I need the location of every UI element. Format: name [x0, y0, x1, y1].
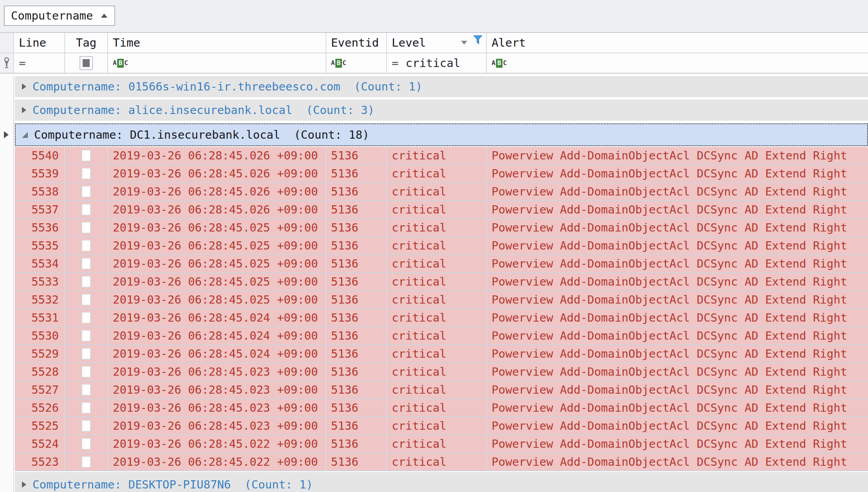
table-row[interactable]: 5534 2019-03-26 06:28:45.025 +09:00 5136…	[15, 255, 868, 273]
cell-time: 2019-03-26 06:28:45.024 +09:00	[108, 327, 326, 344]
cell-line: 5528	[15, 363, 65, 380]
group-expand-icon[interactable]	[22, 83, 26, 90]
cell-time: 2019-03-26 06:28:45.025 +09:00	[108, 291, 326, 308]
cell-time: 2019-03-26 06:28:45.022 +09:00	[108, 453, 326, 470]
cell-time: 2019-03-26 06:28:45.023 +09:00	[108, 363, 326, 380]
table-row[interactable]: 5538 2019-03-26 06:28:45.026 +09:00 5136…	[15, 183, 868, 201]
cell-time: 2019-03-26 06:28:45.025 +09:00	[108, 237, 326, 254]
tag-checkbox[interactable]	[81, 420, 91, 432]
cell-alert: Powerview Add-DomainObjectAcl DCSync AD …	[487, 165, 868, 182]
cell-level: critical	[387, 327, 487, 344]
tag-checkbox[interactable]	[81, 330, 91, 342]
column-header-level[interactable]: Level	[387, 33, 487, 52]
cell-eventid: 5136	[326, 165, 387, 182]
cell-eventid: 5136	[326, 417, 387, 434]
tag-checkbox[interactable]	[81, 366, 91, 378]
table-row[interactable]: 5535 2019-03-26 06:28:45.025 +09:00 5136…	[15, 237, 868, 255]
table-row[interactable]: 5527 2019-03-26 06:28:45.023 +09:00 5136…	[15, 381, 868, 399]
cell-alert: Powerview Add-DomainObjectAcl DCSync AD …	[487, 327, 868, 344]
group-row[interactable]: Computername: DESKTOP-PIU87N6 (Count: 1)	[15, 472, 868, 492]
table-row[interactable]: 5537 2019-03-26 06:28:45.026 +09:00 5136…	[15, 201, 868, 219]
equals-operator-icon: =	[19, 56, 25, 70]
column-header-tag[interactable]: Tag	[65, 33, 108, 52]
group-row[interactable]: Computername: 01566s-win16-ir.threebeesc…	[15, 76, 868, 97]
filter-cell-line[interactable]: =	[14, 53, 65, 73]
cell-tag	[65, 345, 108, 362]
cell-level: critical	[387, 309, 487, 326]
cell-alert: Powerview Add-DomainObjectAcl DCSync AD …	[487, 255, 868, 272]
column-header-alert[interactable]: Alert	[487, 33, 868, 52]
column-header-time[interactable]: Time	[108, 33, 326, 52]
cell-alert: Powerview Add-DomainObjectAcl DCSync AD …	[487, 435, 868, 452]
group-label: Computername: alice.insecurebank.local	[33, 100, 292, 120]
cell-time: 2019-03-26 06:28:45.026 +09:00	[108, 201, 326, 218]
tag-checkbox[interactable]	[81, 186, 91, 197]
group-label: Computername: 01566s-win16-ir.threebeesc…	[33, 77, 340, 96]
tag-checkbox[interactable]	[81, 150, 91, 161]
tag-checkbox[interactable]	[81, 240, 91, 251]
column-header-tag-label: Tag	[76, 36, 96, 49]
column-header-eventid[interactable]: Eventid	[326, 33, 387, 52]
group-expand-icon[interactable]	[22, 132, 28, 138]
cell-alert: Powerview Add-DomainObjectAcl DCSync AD …	[487, 345, 868, 362]
filter-pin-icon[interactable]	[3, 57, 11, 69]
cell-eventid: 5136	[326, 453, 387, 470]
table-row[interactable]: 5540 2019-03-26 06:28:45.026 +09:00 5136…	[15, 147, 868, 165]
tag-checkbox[interactable]	[81, 276, 91, 288]
table-row[interactable]: 5526 2019-03-26 06:28:45.023 +09:00 5136…	[15, 399, 868, 417]
tag-checkbox[interactable]	[81, 456, 91, 468]
cell-eventid: 5136	[326, 435, 387, 452]
cell-alert: Powerview Add-DomainObjectAcl DCSync AD …	[487, 399, 868, 416]
table-row[interactable]: 5531 2019-03-26 06:28:45.024 +09:00 5136…	[15, 309, 868, 327]
tag-filter-checkbox[interactable]	[80, 56, 93, 70]
table-row[interactable]: 5532 2019-03-26 06:28:45.025 +09:00 5136…	[15, 291, 868, 309]
filter-cell-eventid[interactable]: ABC	[326, 53, 387, 73]
cell-eventid: 5136	[326, 381, 387, 398]
active-filter-funnel-icon[interactable]	[473, 34, 483, 45]
filter-cell-tag[interactable]	[65, 53, 108, 73]
cell-time: 2019-03-26 06:28:45.026 +09:00	[108, 183, 326, 200]
cell-time: 2019-03-26 06:28:45.023 +09:00	[108, 399, 326, 416]
group-field-chip-computername[interactable]: Computername	[4, 5, 115, 26]
group-expand-icon[interactable]	[22, 107, 26, 113]
cell-line: 5533	[15, 273, 65, 290]
group-expand-icon[interactable]	[22, 481, 26, 488]
table-row[interactable]: 5530 2019-03-26 06:28:45.024 +09:00 5136…	[15, 327, 868, 345]
group-row[interactable]: Computername: alice.insecurebank.local (…	[15, 99, 868, 121]
tag-checkbox[interactable]	[81, 168, 91, 179]
cell-eventid: 5136	[326, 399, 387, 416]
table-row[interactable]: 5524 2019-03-26 06:28:45.022 +09:00 5136…	[15, 435, 868, 453]
cell-tag	[65, 165, 108, 182]
filter-cell-time[interactable]: ABC	[108, 53, 326, 73]
tag-checkbox[interactable]	[81, 204, 91, 215]
level-dropdown-arrow-icon[interactable]	[461, 41, 467, 45]
tag-checkbox[interactable]	[81, 222, 91, 233]
table-row[interactable]: 5525 2019-03-26 06:28:45.023 +09:00 5136…	[15, 417, 868, 435]
table-row[interactable]: 5533 2019-03-26 06:28:45.025 +09:00 5136…	[15, 273, 868, 291]
tag-checkbox[interactable]	[81, 348, 91, 360]
table-row[interactable]: 5523 2019-03-26 06:28:45.022 +09:00 5136…	[15, 453, 868, 471]
filter-cell-level[interactable]: = critical	[387, 53, 487, 73]
tag-checkbox[interactable]	[81, 438, 91, 450]
cell-alert: Powerview Add-DomainObjectAcl DCSync AD …	[487, 363, 868, 380]
group-row[interactable]: Computername: DC1.insecurebank.local (Co…	[15, 123, 868, 146]
tag-checkbox[interactable]	[81, 402, 91, 414]
table-row[interactable]: 5528 2019-03-26 06:28:45.023 +09:00 5136…	[15, 363, 868, 381]
cell-tag	[65, 435, 108, 452]
column-header-line[interactable]: Line	[14, 33, 65, 52]
table-row[interactable]: 5529 2019-03-26 06:28:45.024 +09:00 5136…	[15, 345, 868, 363]
tag-checkbox[interactable]	[81, 294, 91, 306]
table-row[interactable]: 5536 2019-03-26 06:28:45.025 +09:00 5136…	[15, 219, 868, 237]
column-header-eventid-label: Eventid	[331, 36, 379, 49]
cell-tag	[65, 381, 108, 398]
cell-tag	[65, 147, 108, 164]
group-by-panel: Computername	[0, 0, 868, 33]
tag-checkbox[interactable]	[81, 312, 91, 324]
filter-cell-alert[interactable]: ABC	[487, 53, 868, 73]
cell-tag	[65, 237, 108, 254]
table-row[interactable]: 5539 2019-03-26 06:28:45.026 +09:00 5136…	[15, 165, 868, 183]
cell-time: 2019-03-26 06:28:45.025 +09:00	[108, 219, 326, 236]
tag-checkbox[interactable]	[81, 384, 91, 396]
cell-eventid: 5136	[326, 345, 387, 362]
tag-checkbox[interactable]	[81, 258, 91, 270]
